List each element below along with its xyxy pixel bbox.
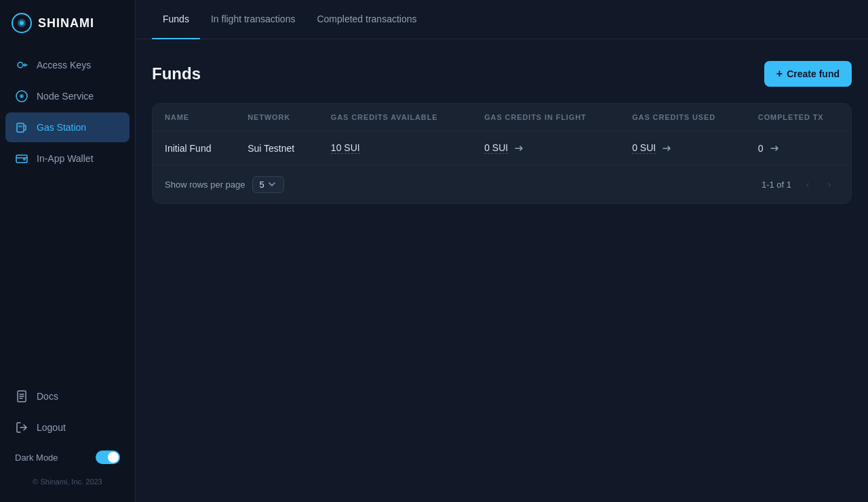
node-service-icon <box>15 89 28 103</box>
sidebar-item-docs[interactable]: Docs <box>5 381 130 411</box>
gas-in-flight-arrow[interactable] <box>513 143 524 154</box>
copyright: © Shinami, Inc. 2023 <box>5 472 130 491</box>
sidebar-item-in-app-wallet-label: In-App Wallet <box>37 153 94 164</box>
dark-mode-row: Dark Mode <box>5 444 130 471</box>
chevron-down-icon <box>267 180 277 189</box>
create-fund-label: Create fund <box>787 68 840 79</box>
table-row: Initial Fund Sui Testnet 10 SUI 0 SUI <box>153 131 851 165</box>
app-name: SHINAMI <box>38 16 94 30</box>
sidebar-item-access-keys-label: Access Keys <box>37 60 91 70</box>
svg-point-6 <box>21 96 22 97</box>
pagination-row: Show rows per page 5 1-1 of 1 ‹ › <box>153 165 851 203</box>
cell-gas-available: 10 SUI <box>319 131 472 165</box>
rows-per-page-control: Show rows per page 5 <box>165 176 284 193</box>
rows-per-page-select[interactable]: 5 <box>252 176 284 193</box>
cell-network: Sui Testnet <box>235 131 319 165</box>
svg-rect-7 <box>17 123 24 132</box>
gas-in-flight-value: 0 SUI <box>484 142 508 154</box>
gas-used-arrow[interactable] <box>661 143 672 154</box>
docs-icon <box>15 390 28 403</box>
logout-icon <box>15 421 28 434</box>
plus-icon: + <box>776 68 783 80</box>
sidebar-item-access-keys[interactable]: Access Keys <box>5 50 130 80</box>
cell-name: Initial Fund <box>153 131 235 165</box>
sidebar-item-logout-label: Logout <box>37 422 66 433</box>
sidebar-item-node-service-label: Node Service <box>37 91 94 102</box>
cell-gas-used: 0 SUI <box>620 131 746 165</box>
pagination-info: 1-1 of 1 ‹ › <box>762 175 839 194</box>
col-gas-in-flight: GAS CREDITS IN FLIGHT <box>472 104 620 131</box>
prev-page-button[interactable]: ‹ <box>798 175 817 194</box>
sidebar-item-in-app-wallet[interactable]: In-App Wallet <box>5 144 130 173</box>
nav-items: Access Keys Node Service G <box>0 50 135 381</box>
rows-per-page-value: 5 <box>260 180 264 190</box>
col-gas-used: GAS CREDITS USED <box>620 104 746 131</box>
access-keys-icon <box>15 58 28 72</box>
completed-tx-value: 0 <box>758 143 764 154</box>
dark-mode-toggle[interactable] <box>96 451 120 464</box>
sidebar-item-docs-label: Docs <box>37 391 58 402</box>
funds-table-container: NAME NETWORK GAS CREDITS AVAILABLE GAS C… <box>152 103 852 204</box>
next-page-button[interactable]: › <box>820 175 839 194</box>
tab-completed[interactable]: Completed transactions <box>306 0 427 39</box>
tab-in-flight[interactable]: In flight transactions <box>200 0 307 39</box>
pagination-range: 1-1 of 1 <box>762 180 791 190</box>
logo: SHINAMI <box>0 0 135 50</box>
sidebar: SHINAMI Access Keys Node Service <box>0 0 136 502</box>
tab-funds[interactable]: Funds <box>152 0 200 39</box>
gas-used-value: 0 SUI <box>632 142 656 154</box>
cell-gas-in-flight: 0 SUI <box>472 131 620 165</box>
col-network: NETWORK <box>235 104 319 131</box>
main-content: Funds In flight transactions Completed t… <box>136 0 868 502</box>
cell-completed-tx: 0 <box>746 131 851 165</box>
sidebar-item-logout[interactable]: Logout <box>5 413 130 442</box>
completed-tx-arrow[interactable] <box>769 143 780 154</box>
create-fund-button[interactable]: + Create fund <box>764 61 852 87</box>
col-name: NAME <box>153 104 235 131</box>
tabs-bar: Funds In flight transactions Completed t… <box>136 0 868 39</box>
svg-point-3 <box>18 62 23 68</box>
funds-table: NAME NETWORK GAS CREDITS AVAILABLE GAS C… <box>153 104 851 165</box>
content-area: Funds + Create fund NAME NETWORK GAS CRE… <box>136 39 868 502</box>
page-title: Funds <box>152 64 201 83</box>
svg-point-2 <box>20 21 24 25</box>
wallet-icon <box>15 152 28 165</box>
shinami-logo-icon <box>11 12 33 34</box>
gas-available-value: 10 SUI <box>331 142 360 154</box>
col-completed-tx: COMPLETED TX <box>746 104 851 131</box>
nav-bottom: Docs Logout Dark Mode © Shinami, Inc. 20… <box>0 381 135 502</box>
rows-per-page-label: Show rows per page <box>165 180 245 190</box>
sidebar-item-gas-station-label: Gas Station <box>37 122 86 133</box>
table-header-row: NAME NETWORK GAS CREDITS AVAILABLE GAS C… <box>153 104 851 131</box>
col-gas-available: GAS CREDITS AVAILABLE <box>319 104 472 131</box>
sidebar-item-node-service[interactable]: Node Service <box>5 81 130 111</box>
svg-rect-8 <box>18 125 22 127</box>
page-header: Funds + Create fund <box>152 61 852 87</box>
gas-station-icon <box>15 121 28 134</box>
dark-mode-label: Dark Mode <box>15 453 58 463</box>
page-nav: ‹ › <box>798 175 839 194</box>
sidebar-item-gas-station[interactable]: Gas Station <box>5 112 130 142</box>
